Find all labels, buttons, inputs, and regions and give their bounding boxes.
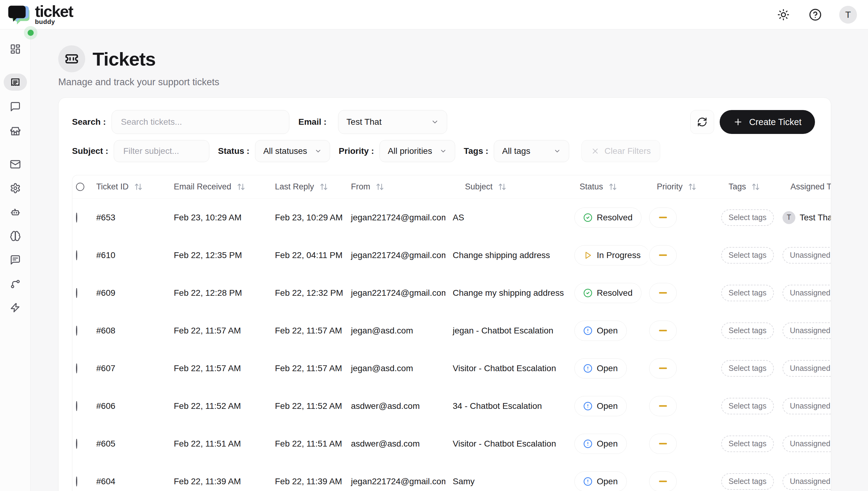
sidebar-item-brain[interactable] bbox=[4, 227, 27, 244]
row-checkbox[interactable] bbox=[76, 213, 77, 223]
row-checkbox[interactable] bbox=[76, 476, 77, 486]
column-header-assigned-to[interactable]: Assigned To bbox=[790, 182, 831, 192]
unassigned-pill[interactable]: Unassigned bbox=[782, 360, 831, 377]
brand-logo[interactable]: ticket buddy bbox=[0, 4, 73, 25]
priority-select[interactable]: All priorities bbox=[379, 140, 455, 162]
column-header-email-received[interactable]: Email Received bbox=[174, 182, 231, 192]
select-tags-button[interactable]: Select tags bbox=[721, 398, 774, 414]
status-label: Open bbox=[597, 476, 618, 486]
table-row[interactable]: #608 Feb 22, 11:57 AM Feb 22, 11:57 AM j… bbox=[72, 312, 831, 349]
priority-select-pill[interactable] bbox=[649, 321, 677, 341]
clear-filters-button[interactable]: Clear Filters bbox=[581, 140, 660, 162]
priority-select-pill[interactable] bbox=[649, 358, 677, 378]
sidebar-item-store[interactable] bbox=[4, 123, 27, 140]
sidebar-item-automation[interactable] bbox=[4, 299, 27, 316]
status-select[interactable]: All statuses bbox=[255, 140, 330, 162]
table-row[interactable]: #604 Feb 22, 11:39 AM Feb 22, 11:39 AM j… bbox=[72, 462, 831, 491]
tags-select[interactable]: All tags bbox=[494, 140, 569, 162]
priority-select-pill[interactable] bbox=[649, 434, 677, 454]
sidebar-item-settings[interactable] bbox=[4, 180, 27, 197]
unassigned-pill[interactable]: Unassigned bbox=[782, 247, 831, 264]
unassigned-pill[interactable]: Unassigned bbox=[782, 285, 831, 301]
select-tags-button[interactable]: Select tags bbox=[721, 322, 774, 339]
sort-icon[interactable] bbox=[237, 183, 245, 191]
sort-icon[interactable] bbox=[752, 183, 760, 191]
sidebar-item-feedback[interactable] bbox=[4, 251, 27, 268]
row-checkbox[interactable] bbox=[76, 326, 77, 336]
status-badge[interactable]: In Progress bbox=[574, 245, 648, 265]
select-tags-button[interactable]: Select tags bbox=[721, 473, 774, 490]
status-badge[interactable]: Open bbox=[574, 434, 627, 454]
column-header-last-reply[interactable]: Last Reply bbox=[275, 182, 314, 192]
row-checkbox[interactable] bbox=[76, 251, 77, 260]
priority-label: Priority : bbox=[339, 146, 374, 156]
priority-select-pill[interactable] bbox=[649, 245, 677, 265]
status-badge[interactable]: Open bbox=[574, 321, 627, 341]
user-avatar[interactable]: T bbox=[839, 6, 857, 24]
ticket-subject: Visitor - Chatbot Escalation bbox=[445, 439, 571, 449]
row-checkbox[interactable] bbox=[76, 288, 77, 298]
help-button[interactable] bbox=[807, 7, 823, 23]
column-header-ticket-id[interactable]: Ticket ID bbox=[96, 182, 129, 192]
column-header-priority[interactable]: Priority bbox=[657, 182, 683, 192]
select-tags-button[interactable]: Select tags bbox=[721, 360, 774, 377]
status-badge[interactable]: Open bbox=[574, 396, 627, 416]
status-badge[interactable]: Resolved bbox=[574, 283, 641, 303]
from-email: jegan221724@gmail.com bbox=[344, 288, 445, 298]
status-badge[interactable]: Open bbox=[574, 358, 627, 378]
table-row[interactable]: #607 Feb 22, 11:57 AM Feb 22, 11:57 AM j… bbox=[72, 349, 831, 387]
unassigned-pill[interactable]: Unassigned bbox=[782, 435, 831, 452]
sort-icon[interactable] bbox=[498, 183, 507, 191]
table-row[interactable]: #653 Feb 23, 10:29 AM Feb 23, 10:29 AM j… bbox=[72, 199, 831, 236]
theme-toggle-button[interactable] bbox=[776, 7, 791, 23]
row-checkbox[interactable] bbox=[76, 364, 77, 373]
column-header-from[interactable]: From bbox=[351, 182, 370, 192]
status-label: In Progress bbox=[597, 251, 641, 260]
column-header-status[interactable]: Status bbox=[580, 182, 603, 192]
sort-icon[interactable] bbox=[688, 183, 696, 191]
column-header-subject[interactable]: Subject bbox=[465, 182, 493, 192]
status-badge[interactable]: Resolved bbox=[574, 207, 641, 228]
select-all-checkbox[interactable] bbox=[76, 183, 84, 191]
sidebar-item-bot[interactable] bbox=[4, 203, 27, 221]
ticket-subject: Change my shipping address bbox=[445, 288, 571, 298]
priority-select-pill[interactable] bbox=[649, 471, 677, 491]
table-row[interactable]: #609 Feb 22, 12:28 PM Feb 22, 12:32 PM j… bbox=[72, 274, 831, 312]
select-tags-button[interactable]: Select tags bbox=[721, 209, 774, 226]
refresh-button[interactable] bbox=[690, 110, 714, 134]
sidebar-item-conversations[interactable] bbox=[4, 98, 27, 115]
sort-icon[interactable] bbox=[376, 183, 384, 191]
priority-select-pill[interactable] bbox=[649, 283, 677, 303]
table-row[interactable]: #605 Feb 22, 11:51 AM Feb 22, 11:51 AM a… bbox=[72, 425, 831, 462]
table-row[interactable]: #610 Feb 22, 12:35 PM Feb 22, 04:11 PM j… bbox=[72, 236, 831, 274]
sidebar-item-dashboard[interactable] bbox=[4, 40, 27, 58]
row-checkbox[interactable] bbox=[76, 439, 77, 449]
unassigned-pill[interactable]: Unassigned bbox=[782, 473, 831, 490]
chevron-down-icon bbox=[315, 147, 322, 155]
sidebar-item-tickets[interactable] bbox=[4, 74, 27, 91]
priority-select-pill[interactable] bbox=[649, 207, 677, 228]
search-input[interactable] bbox=[112, 110, 289, 134]
last-reply: Feb 22, 11:51 AM bbox=[267, 439, 344, 449]
email-select[interactable]: Test That bbox=[338, 110, 447, 134]
select-tags-button[interactable]: Select tags bbox=[721, 247, 774, 264]
status-badge[interactable]: Open bbox=[574, 471, 627, 491]
select-tags-button[interactable]: Select tags bbox=[721, 435, 774, 452]
column-header-tags[interactable]: Tags bbox=[728, 182, 746, 192]
sidebar bbox=[0, 29, 31, 491]
sidebar-item-workflow[interactable] bbox=[4, 275, 27, 292]
sidebar-item-mail[interactable] bbox=[4, 156, 27, 173]
create-ticket-button[interactable]: Create Ticket bbox=[720, 110, 815, 134]
email-received: Feb 22, 11:51 AM bbox=[167, 439, 267, 449]
table-row[interactable]: #606 Feb 22, 11:52 AM Feb 22, 11:52 AM a… bbox=[72, 387, 831, 425]
sort-icon[interactable] bbox=[134, 183, 143, 191]
unassigned-pill[interactable]: Unassigned bbox=[782, 322, 831, 339]
select-tags-button[interactable]: Select tags bbox=[721, 285, 774, 301]
priority-select-pill[interactable] bbox=[649, 396, 677, 416]
dashboard-icon bbox=[10, 44, 21, 55]
sort-icon[interactable] bbox=[609, 183, 617, 191]
sort-icon[interactable] bbox=[320, 183, 328, 191]
subject-filter-input[interactable] bbox=[114, 140, 209, 162]
row-checkbox[interactable] bbox=[76, 401, 77, 411]
unassigned-pill[interactable]: Unassigned bbox=[782, 398, 831, 414]
